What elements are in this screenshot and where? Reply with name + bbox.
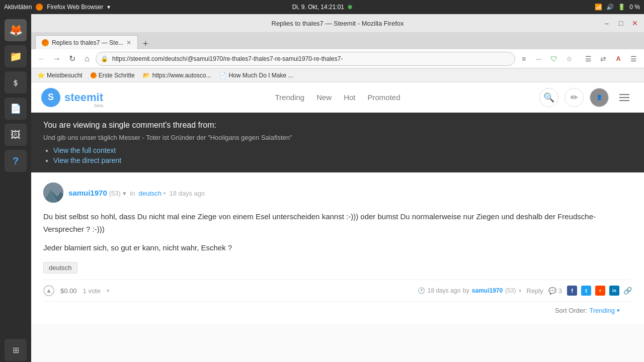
info-box-title: You are viewing a single comment's threa… [43,121,632,130]
help-sidebar-icon[interactable]: ? [5,150,27,172]
window-controls[interactable]: – □ ✕ [602,18,640,28]
firefox-small-icon [91,72,97,78]
linkedin-share-icon[interactable]: in [609,286,619,296]
steemit-logo[interactable]: S steemit beta [41,88,103,107]
footer-author[interactable]: samui1970 [472,287,503,294]
info-box-post-title: Und gib uns unser täglich Messer - Toter… [43,134,632,141]
back-button[interactable]: ← [35,52,48,65]
taskbar-right: 📶 🔊 🔋 0 % [595,4,640,11]
close-button[interactable]: ✕ [630,18,640,28]
main-content: You are viewing a single comment's threa… [31,113,644,362]
forward-button[interactable]: → [50,52,63,65]
nav-promoted[interactable]: Promoted [367,93,400,102]
votes-dropdown-icon[interactable]: ▾ [107,288,110,294]
tab-bar: Replies to thales7 — Ste... ✕ + [31,32,644,49]
facebook-share-icon[interactable]: f [567,286,577,296]
tag-badge-deutsch[interactable]: deutsch [43,262,77,274]
post-author-info: samui1970 (53) ▾ in deutsch • 18 days ag… [68,189,205,197]
post-footer: ▲ $0.00 1 vote ▾ 🕐 18 days ago by samui1… [43,280,632,301]
twitter-share-icon[interactable]: t [581,286,591,296]
search-button[interactable]: 🔍 [539,88,558,107]
sort-value[interactable]: Trending [589,307,615,314]
battery-label: 0 % [629,4,640,11]
reload-button[interactable]: ↻ [65,52,78,65]
desktop-sidebar: 🦊 📁 $ 📄 🖼 ? ⊞ [0,14,31,362]
terminal-sidebar-icon[interactable]: $ [5,71,27,94]
folder-sidebar-icon[interactable]: 📁 [5,45,27,67]
vote-dropdown-icon[interactable]: ▾ [123,190,126,197]
bookmark-folder-icon: 📂 [143,72,150,79]
view-direct-parent-link[interactable]: View the direct parent [53,156,121,164]
clock-icon: 🕐 [418,287,425,294]
footer-dropdown-icon[interactable]: ▾ [519,288,522,294]
sort-dropdown-icon[interactable]: ▾ [617,307,620,314]
reply-button[interactable]: Reply [527,287,543,295]
bookmark-star-icon[interactable]: ☆ [562,52,576,65]
browser-window: Replies to thales7 — Steemit - Mozilla F… [31,14,644,362]
synced-tabs-icon[interactable]: ⇄ [597,52,610,65]
sort-row: Sort Order: Trending ▾ [43,301,632,319]
url-input[interactable] [96,52,515,66]
bookmark-item-erste-schritte[interactable]: Erste Schritte [89,71,137,80]
compose-button[interactable]: ✏ [565,88,584,107]
comment-count[interactable]: 💬 3 [548,287,562,295]
maximize-button[interactable]: □ [616,18,626,28]
votes-count[interactable]: 1 vote [83,287,101,295]
post-category-link[interactable]: deutsch [139,190,162,197]
minimize-button[interactable]: – [602,18,612,28]
apps-grid-sidebar-icon[interactable]: ⊞ [5,339,27,361]
bookmark-item-autosco[interactable]: 📂 https://www.autosco... [141,71,213,80]
files-sidebar-icon[interactable]: 📄 [5,98,27,120]
view-full-context-link[interactable]: View the full context [53,146,116,154]
browser-tab[interactable]: Replies to thales7 — Ste... ✕ [35,35,138,49]
dropdown-arrow-icon: ▾ [107,4,110,11]
bookmark-page-icon: 📄 [219,72,226,79]
tab-favicon [42,39,49,46]
social-icons: f t r in 🔗 [567,286,632,296]
nav-hot[interactable]: Hot [344,93,355,102]
toolbar-extras: ☰ ⇄ A ☰ [582,52,640,65]
hamburger-icon [619,94,629,95]
new-tab-button[interactable]: + [140,39,151,49]
paint-sidebar-icon[interactable]: 🖼 [5,124,27,146]
post-paragraph-2: Jeder blamiert sich, so gut er kann, nic… [43,242,632,254]
post-body: Du bist selbst so hohl, dass Du nicht ma… [43,211,632,254]
reddit-share-icon[interactable]: r [595,286,605,296]
bookmark-item-howmuch[interactable]: 📄 How Much Do I Make ... [217,71,295,80]
post-area: samui1970 (53) ▾ in deutsch • 18 days ag… [31,172,644,324]
post-footer-right: 🕐 18 days ago by samui1970 (53) ▾ Reply … [418,286,632,296]
browser-title: Replies to thales7 — Steemit - Mozilla F… [272,20,404,27]
tab-close-icon[interactable]: ✕ [126,39,131,46]
browser-title-bar: Replies to thales7 — Steemit - Mozilla F… [31,14,644,32]
footer-time: 18 days ago [428,287,460,294]
sort-order-label: Sort Order: [555,307,587,314]
url-actions: ≡ ··· 🛡 ☆ [517,52,576,65]
steemit-logo-icon: S [41,88,60,107]
post-author-avatar[interactable] [43,183,63,203]
copy-link-icon[interactable]: 🔗 [623,287,632,295]
home-button[interactable]: ⌂ [80,52,94,65]
firefox-sidebar-icon[interactable]: 🦊 [5,19,27,41]
extra-actions-button[interactable]: ··· [532,52,545,65]
bookmark-item-meistbesucht[interactable]: ⭐ Meistbesucht [35,71,85,80]
firefox-logo-icon [36,4,43,11]
payout-value: $0.00 [60,287,77,295]
nav-trending[interactable]: Trending [275,93,304,102]
volume-taskbar-icon: 🔊 [606,4,614,11]
overflow-icon[interactable]: ☰ [627,52,640,65]
adblock-icon[interactable]: A [612,52,625,65]
author-name[interactable]: samui1970 [68,189,107,197]
sidebar-toggle-icon[interactable]: ☰ [582,52,595,65]
nav-new[interactable]: New [316,93,332,102]
activities-label[interactable]: Aktivitäten [4,4,32,11]
steemit-header: S steemit beta Trending New Hot Promoted… [31,82,644,113]
browser-name-label[interactable]: Firefox Web Browser [47,4,103,11]
taskbar-datetime: Di, 9. Okt, 14:21:01 [292,4,352,11]
upvote-button[interactable]: ▲ [43,285,54,296]
post-footer-left: ▲ $0.00 1 vote ▾ [43,285,110,296]
menu-button[interactable] [615,88,634,107]
reader-view-button[interactable]: ≡ [517,52,530,65]
shield-icon[interactable]: 🛡 [547,52,560,65]
user-avatar[interactable]: 👤 [590,88,609,107]
tags-row: deutsch [43,262,632,274]
